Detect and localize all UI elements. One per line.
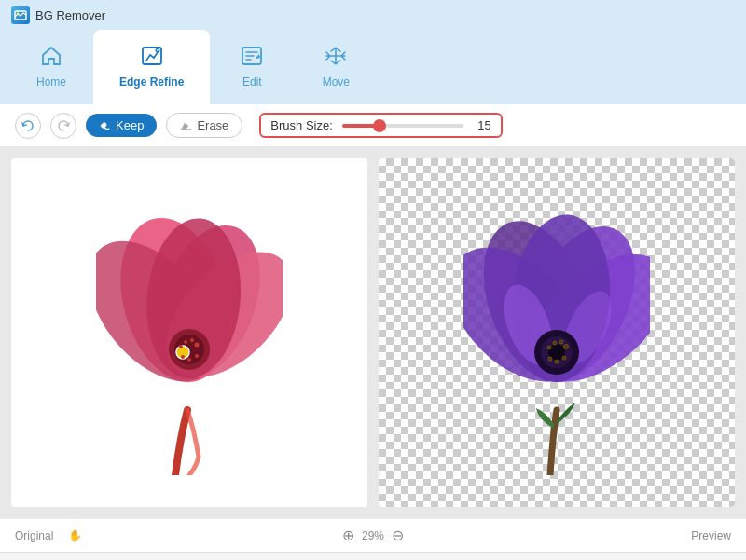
nav-bar: Home Edge Refine Edit Move (0, 30, 746, 104)
zoom-in-icon[interactable]: ⊕ (342, 526, 354, 544)
nav-item-move[interactable]: Move (294, 30, 378, 104)
svg-point-15 (190, 338, 194, 342)
brush-size-slider[interactable] (342, 124, 463, 128)
nav-item-edit[interactable]: Edit (210, 30, 294, 104)
brush-size-value: 15 (473, 118, 491, 132)
nav-edge-refine-label: Edge Refine (119, 75, 184, 89)
svg-point-34 (547, 346, 551, 349)
svg-point-33 (553, 341, 557, 345)
svg-point-17 (179, 345, 183, 348)
nav-item-edge-refine[interactable]: Edge Refine (93, 30, 210, 104)
svg-point-16 (184, 340, 187, 344)
brush-size-label: Brush Size: (270, 118, 332, 132)
nav-edit-label: Edit (242, 75, 262, 89)
hand-icon: ✋ (68, 529, 82, 542)
svg-point-1 (17, 12, 19, 14)
brush-size-control: Brush Size: 15 (259, 113, 502, 138)
status-bar: Original ✋ ⊕ 29% ⊖ Preview (0, 518, 746, 552)
preview-label: Preview (691, 529, 731, 542)
zoom-percent: 29% (362, 529, 384, 542)
keep-button[interactable]: Keep (86, 114, 157, 137)
redo-button[interactable] (50, 113, 76, 139)
svg-point-19 (187, 358, 191, 362)
svg-point-36 (555, 360, 559, 363)
toolbar: Keep Erase Brush Size: 15 (0, 104, 746, 147)
nav-item-home[interactable]: Home (9, 30, 93, 104)
status-left: Original ✋ (15, 529, 342, 542)
zoom-controls: ⊕ 29% ⊖ (342, 526, 404, 544)
bottom-bar: New Image Download (0, 552, 746, 560)
edit-icon (241, 46, 263, 72)
main-area: Keep Erase Brush Size: 15 (0, 104, 746, 552)
svg-point-37 (562, 356, 566, 360)
home-icon (40, 46, 62, 72)
zoom-out-icon[interactable]: ⊖ (392, 526, 404, 544)
original-label: Original (15, 529, 53, 542)
svg-point-20 (195, 354, 199, 358)
canvas-area (0, 147, 746, 518)
erase-button[interactable]: Erase (166, 113, 242, 138)
edge-refine-icon (141, 46, 163, 72)
title-bar: BG Remover (0, 0, 746, 30)
svg-point-14 (195, 343, 200, 348)
app-icon (11, 6, 30, 24)
svg-point-18 (181, 355, 185, 359)
original-panel (11, 158, 367, 507)
move-icon (325, 46, 347, 72)
nav-move-label: Move (323, 75, 350, 89)
svg-point-35 (548, 357, 552, 361)
svg-point-31 (564, 345, 569, 349)
preview-panel (379, 158, 735, 507)
app-title: BG Remover (35, 8, 105, 22)
preview-flower (463, 186, 650, 479)
undo-button[interactable] (15, 113, 41, 139)
svg-point-32 (560, 340, 563, 344)
status-right: Preview (404, 529, 731, 542)
nav-home-label: Home (36, 75, 66, 89)
original-flower (96, 186, 283, 479)
